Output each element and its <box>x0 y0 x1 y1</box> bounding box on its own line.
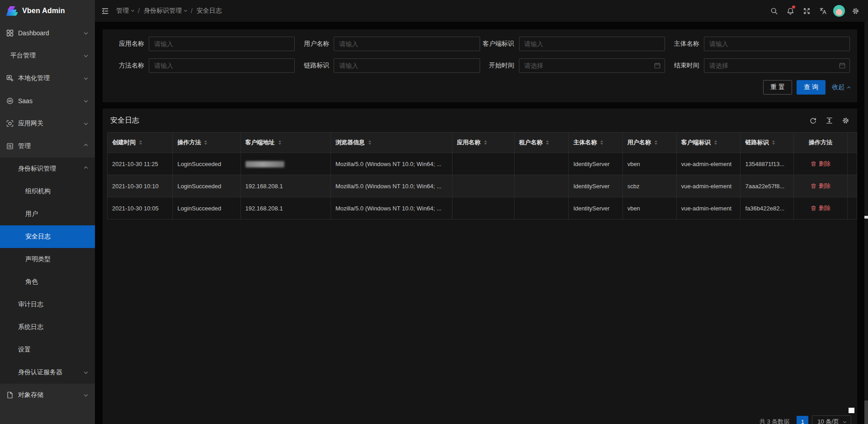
sidebar-item-身份标识管理[interactable]: 身份标识管理 <box>0 157 95 180</box>
date-input-开始时间[interactable] <box>519 58 665 73</box>
sidebar-item-应用网关[interactable]: 应用网关 <box>0 112 95 135</box>
delete-button[interactable]: 删除 <box>811 182 830 190</box>
trash-icon <box>811 183 816 189</box>
text-input-客户端标识[interactable] <box>519 37 665 51</box>
text-input-方法名称[interactable] <box>149 58 295 73</box>
sidebar-item-身份认证服务器[interactable]: 身份认证服务器 <box>0 361 95 384</box>
sidebar-item-label: 角色 <box>25 278 38 286</box>
page-size-select[interactable]: 10 条/页 <box>812 415 851 424</box>
cell-client_id: vue-admin-element <box>676 175 741 197</box>
sidebar-menu: Dashboard平台管理本地化管理Saas应用网关管理身份标识管理组织机构用户… <box>0 22 95 406</box>
cell-created_at: 2021-10-30 10:05 <box>108 197 173 219</box>
search-form-actions: 重 置 查 询 收起 <box>110 80 850 95</box>
sidebar-collapse-icon[interactable] <box>101 7 109 15</box>
sidebar-item-label: 审计日志 <box>18 300 43 309</box>
breadcrumb-separator: / <box>191 7 193 14</box>
sidebar-item-声明类型[interactable]: 声明类型 <box>0 248 95 271</box>
fullscreen-icon[interactable] <box>798 0 815 22</box>
column-header-主体名称[interactable]: 主体名称 <box>569 133 623 153</box>
delete-label: 删除 <box>819 160 830 168</box>
cell-trace_id: 13548871f13... <box>741 153 794 175</box>
sidebar-item-平台管理[interactable]: 平台管理 <box>0 44 95 67</box>
notification-icon[interactable] <box>782 0 798 22</box>
sidebar-item-用户[interactable]: 用户 <box>0 203 95 225</box>
trash-icon <box>811 161 816 167</box>
column-settings-icon[interactable] <box>842 117 849 124</box>
column-header-租户名称[interactable]: 租户名称 <box>514 133 569 153</box>
sort-icon[interactable] <box>772 140 775 145</box>
text-input-链路标识[interactable] <box>334 58 480 73</box>
scrollbar-thumb[interactable] <box>864 216 868 219</box>
column-header-创建时间[interactable]: 创建时间 <box>108 133 173 153</box>
settings-icon[interactable] <box>847 0 863 22</box>
breadcrumb-item-安全日志[interactable]: 安全日志 <box>197 7 222 15</box>
sort-icon[interactable] <box>600 140 603 145</box>
sidebar-item-设置[interactable]: 设置 <box>0 338 95 361</box>
sidebar-item-Dashboard[interactable]: Dashboard <box>0 22 95 44</box>
cell-client_address <box>241 153 330 175</box>
sort-icon[interactable] <box>139 140 142 145</box>
chevron-down-icon <box>84 370 88 374</box>
chevron-down-icon <box>84 121 88 125</box>
refresh-icon[interactable] <box>809 117 817 124</box>
search-button[interactable]: 查 询 <box>797 80 826 95</box>
column-header-操作方法[interactable]: 操作方法 <box>173 133 241 153</box>
table-scroll-thumb[interactable] <box>849 408 854 413</box>
chevron-up-icon <box>84 144 88 148</box>
sidebar-item-安全日志[interactable]: 安全日志 <box>0 225 95 248</box>
sidebar-item-系统日志[interactable]: 系统日志 <box>0 316 95 338</box>
sidebar-item-组织机构[interactable]: 组织机构 <box>0 180 95 203</box>
sidebar-item-对象存储[interactable]: 对象存储 <box>0 384 95 406</box>
sort-icon[interactable] <box>484 140 487 145</box>
field-label: 结束时间 <box>665 62 704 70</box>
form-field-应用名称: 应用名称 <box>110 37 295 51</box>
column-header-客户端地址[interactable]: 客户端地址 <box>241 133 330 153</box>
cell-app_name <box>452 197 514 219</box>
form-field-主体名称: 主体名称 <box>665 37 850 51</box>
text-input-用户名称[interactable] <box>334 37 480 51</box>
text-input-主体名称[interactable] <box>704 37 850 51</box>
column-label: 创建时间 <box>112 138 136 147</box>
column-header-操作方法: 操作方法 <box>794 133 848 153</box>
search-icon[interactable] <box>766 0 782 22</box>
sidebar-item-本地化管理[interactable]: 本地化管理 <box>0 67 95 90</box>
sort-icon[interactable] <box>546 140 549 145</box>
breadcrumb-item-身份标识管理[interactable]: 身份标识管理 <box>144 7 187 15</box>
row-height-icon[interactable] <box>826 117 833 124</box>
sidebar-item-审计日志[interactable]: 审计日志 <box>0 293 95 316</box>
column-label: 浏览器信息 <box>335 138 365 147</box>
pagination-page-1[interactable]: 1 <box>797 416 808 424</box>
date-input-结束时间[interactable] <box>704 58 850 73</box>
collapse-form-link[interactable]: 收起 <box>832 83 850 91</box>
column-header-浏览器信息[interactable]: 浏览器信息 <box>330 133 452 153</box>
sort-icon[interactable] <box>714 140 717 145</box>
scrollbar-thumb-bottom[interactable] <box>864 400 868 424</box>
cell-tenant_name <box>514 197 569 219</box>
search-form-row: 方法名称链路标识开始时间结束时间 <box>110 58 850 73</box>
sidebar-item-Saas[interactable]: Saas <box>0 90 95 112</box>
sort-icon[interactable] <box>278 140 281 145</box>
column-header-应用名称[interactable]: 应用名称 <box>452 133 514 153</box>
column-label: 租户名称 <box>519 138 542 147</box>
breadcrumb-item-管理[interactable]: 管理 <box>116 7 134 15</box>
column-header-链路标识[interactable]: 链路标识 <box>741 133 794 153</box>
field-label: 开始时间 <box>480 62 519 70</box>
table-scrollbar-gutter <box>847 153 857 175</box>
sidebar-item-角色[interactable]: 角色 <box>0 271 95 293</box>
column-header-用户名称[interactable]: 用户名称 <box>623 133 676 153</box>
text-input-应用名称[interactable] <box>149 37 295 51</box>
sort-icon[interactable] <box>204 140 207 145</box>
sort-icon[interactable] <box>655 140 657 145</box>
app-logo[interactable]: Vben Admin <box>0 0 95 22</box>
sidebar-item-管理[interactable]: 管理 <box>0 135 95 157</box>
user-avatar[interactable] <box>831 0 847 22</box>
cell-tenant_name <box>514 153 569 175</box>
delete-button[interactable]: 删除 <box>811 204 830 212</box>
reset-button[interactable]: 重 置 <box>763 80 792 95</box>
window-scrollbar[interactable] <box>864 22 868 424</box>
sort-icon[interactable] <box>368 140 371 145</box>
delete-button[interactable]: 删除 <box>811 160 830 168</box>
locale-icon[interactable] <box>815 0 831 22</box>
saas-icon <box>6 97 14 105</box>
column-header-客户端标识[interactable]: 客户端标识 <box>676 133 741 153</box>
